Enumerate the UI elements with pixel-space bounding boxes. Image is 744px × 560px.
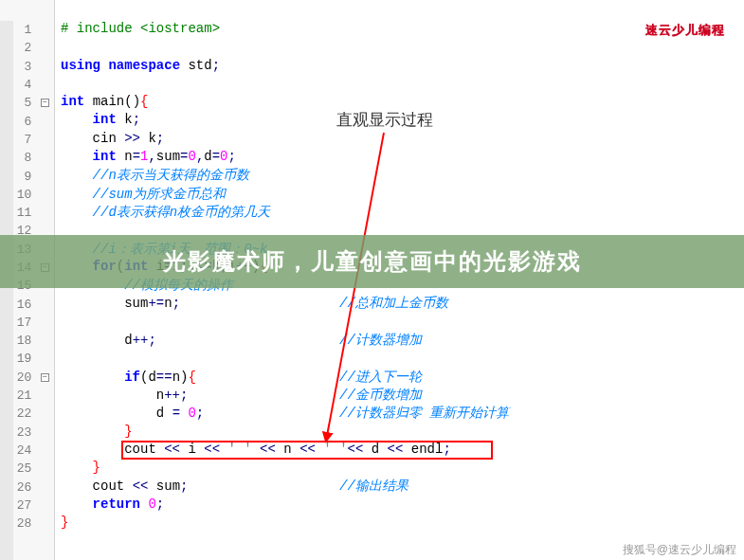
title-overlay-banner: 光影魔术师，儿童创意画中的光影游戏: [0, 235, 744, 288]
code-line[interactable]: int n=1,sum=0,d=0;: [61, 149, 744, 167]
code-line[interactable]: [61, 39, 744, 57]
watermark-text: 搜狐号@速云少儿编程: [623, 542, 736, 558]
code-line[interactable]: # include <iostream>: [61, 21, 744, 39]
code-line[interactable]: //sum为所求金币总和: [61, 186, 744, 204]
code-line[interactable]: sum+=n; //总和加上金币数: [61, 295, 744, 313]
logo-main: 速云: [645, 23, 672, 37]
code-line[interactable]: }: [61, 424, 744, 442]
code-line[interactable]: using namespace std;: [61, 58, 744, 76]
code-line[interactable]: //n表示当天获得的金币数: [61, 167, 744, 185]
code-line[interactable]: }: [61, 515, 744, 533]
code-line[interactable]: }: [61, 460, 744, 478]
code-line[interactable]: n++; //金币数增加: [61, 387, 744, 405]
code-line[interactable]: cout << sum; //输出结果: [61, 478, 744, 496]
code-line[interactable]: [61, 76, 744, 94]
code-line[interactable]: return 0;: [61, 497, 744, 515]
logo-sub: 少儿编程: [672, 23, 725, 37]
code-line[interactable]: //d表示获得n枚金币的第几天: [61, 204, 744, 222]
code-line[interactable]: d++; //计数器增加: [61, 332, 744, 350]
code-line[interactable]: cin >> k;: [61, 131, 744, 149]
brand-logo: 速云少儿编程: [645, 19, 725, 39]
code-line[interactable]: cout << i << ' ' << n << ' '<< d << endl…: [61, 442, 744, 460]
code-line[interactable]: if(d==n){ //进入下一轮: [61, 369, 744, 387]
code-line[interactable]: d = 0; //计数器归零 重新开始计算: [61, 405, 744, 423]
code-line[interactable]: [61, 350, 744, 368]
annotation-text: 直观显示过程: [336, 109, 433, 131]
fold-toggle-icon[interactable]: −: [41, 99, 49, 107]
code-line[interactable]: [61, 314, 744, 332]
breakpoint-margin[interactable]: [0, 21, 13, 560]
fold-toggle-icon[interactable]: −: [41, 373, 49, 382]
